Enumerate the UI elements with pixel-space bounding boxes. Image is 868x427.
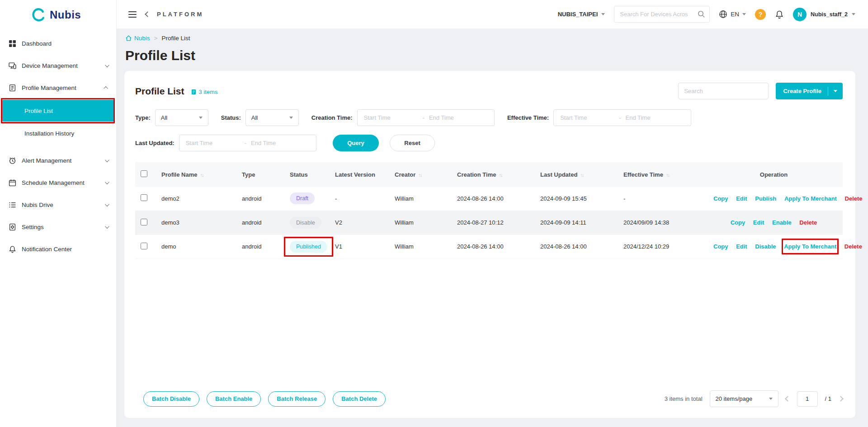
edit-link[interactable]: Edit [753,219,764,226]
edit-link[interactable]: Edit [736,195,747,202]
sidebar-item-profile-management[interactable]: Profile Management [0,77,116,99]
back-chevron-icon[interactable] [145,11,151,17]
breadcrumb-current: Profile List [161,35,190,42]
device-search-input[interactable] [614,6,710,23]
sidebar-item-nubis-drive[interactable]: Nubis Drive [0,194,116,216]
prev-page-button[interactable] [785,396,791,402]
logo: Nubis [0,0,116,30]
sidebar-item-notification-center[interactable]: Notification Center [0,238,116,260]
breadcrumb-home[interactable]: Nubis [125,35,150,42]
chevron-down-icon [742,13,746,15]
sidebar-item-profile-list[interactable]: Profile List [2,100,114,122]
creation-time-cell: 2024-08-27 10:12 [452,211,535,235]
apply-to-merchant-link[interactable]: Apply To Merchant [784,243,836,250]
profile-management-icon [8,84,16,92]
sort-icon[interactable] [663,171,669,178]
sidebar-item-settings[interactable]: Settings [0,216,116,238]
chevron-down-icon [852,13,855,15]
chevron-down-icon [105,224,109,229]
enable-link[interactable]: Enable [772,219,792,226]
dashboard-icon [8,40,16,48]
sidebar-item-device-management[interactable]: Device Management [0,55,116,77]
sidebar-item-schedule-management[interactable]: Schedule Management [0,172,116,194]
delete-link[interactable]: Delete [845,195,863,202]
type-select[interactable]: All [155,109,208,126]
select-all-checkbox[interactable] [141,170,147,177]
col-effective-time: Effective Time [618,162,705,187]
sort-icon[interactable] [577,171,583,178]
page-size-select[interactable]: 20 items/page [710,390,778,407]
status-select[interactable]: All [245,109,299,126]
reset-button[interactable]: Reset [390,135,435,151]
effective-time-range[interactable]: Start Time - End Time [553,109,691,126]
publish-link[interactable]: Publish [755,195,776,202]
help-button[interactable]: ? [755,9,766,20]
batch-enable-button[interactable]: Batch Enable [207,391,261,407]
user-menu[interactable]: N Nubis_staff_2 [793,8,855,21]
table-row: demo2 android Draft - William 2024-08-26… [135,187,843,211]
page-title: Profile List [124,48,855,63]
status-label: Status: [221,114,241,121]
creation-time-label: Creation Time: [311,114,353,121]
nubis-logo-icon [32,8,46,22]
creation-time-range[interactable]: Start Time - End Time [357,109,495,126]
creator-cell: William [389,211,452,235]
batch-delete-button[interactable]: Batch Delete [333,391,386,407]
pagination: 3 items in total 20 items/page / 1 [665,390,843,407]
settings-icon [8,223,16,231]
menu-toggle-icon[interactable] [127,9,138,19]
last-updated-range[interactable]: Start Time - End Time [179,135,316,151]
col-type: Type [236,162,284,187]
copy-link[interactable]: Copy [731,219,745,226]
page-number-input[interactable] [797,391,818,407]
alert-management-icon [8,157,16,165]
latest-version-cell: V1 [330,235,389,258]
platform-label: PLATFORM [157,11,203,18]
notification-center-icon [8,245,16,253]
sort-icon[interactable] [496,171,502,178]
total-items-text: 3 items in total [665,395,703,402]
app: Nubis Dashboard Device Management [0,0,868,427]
query-button[interactable]: Query [333,135,379,151]
batch-release-button[interactable]: Batch Release [268,391,326,407]
notifications-bell-icon[interactable] [775,10,784,19]
breadcrumb: Nubis > Profile List [124,35,855,42]
copy-link[interactable]: Copy [713,243,728,250]
batch-disable-button[interactable]: Batch Disable [143,391,199,407]
create-profile-button[interactable]: Create Profile [776,83,843,99]
sidebar-nav: Dashboard Device Management Profile Mana… [0,30,116,260]
last-updated-cell: 2024-08-26 14:00 [535,235,618,258]
col-last-updated: Last Updated [535,162,618,187]
main: PLATFORM NUBIS_TAIPEI EN [117,0,868,427]
chevron-down-icon [834,90,837,92]
language-selector[interactable]: EN [719,10,746,19]
status-badge: Draft [290,192,315,204]
status-badge: Published [290,241,327,253]
sort-icon[interactable] [197,171,203,178]
delete-link[interactable]: Delete [799,219,817,226]
row-checkbox[interactable] [141,219,147,225]
row-checkbox[interactable] [141,194,147,201]
creation-time-cell: 2024-08-26 14:00 [452,235,535,258]
schedule-management-icon [8,179,16,187]
copy-link[interactable]: Copy [713,195,728,202]
sort-icon[interactable] [415,171,421,178]
next-page-button[interactable] [838,396,844,402]
search-input[interactable] [678,83,769,99]
disable-link[interactable]: Disable [755,243,776,250]
chevron-down-icon [105,158,109,162]
delete-link[interactable]: Delete [844,243,862,250]
sidebar-item-dashboard[interactable]: Dashboard [0,33,116,55]
table-row: demo android Published V1 William 2024-0… [135,235,843,258]
org-selector[interactable]: NUBIS_TAIPEI [558,11,605,18]
edit-link[interactable]: Edit [736,243,747,250]
apply-to-merchant-link[interactable]: Apply To Merchant [784,195,837,202]
sidebar-item-alert-management[interactable]: Alert Management [0,150,116,172]
col-creation-time: Creation Time [452,162,535,187]
profile-name-cell: demo2 [156,187,236,211]
table-row: demo3 android Disable V2 William 2024-08… [135,211,843,235]
search-icon[interactable] [697,10,705,18]
col-status: Status [284,162,330,187]
sidebar-item-installation-history[interactable]: Installation History [2,122,114,144]
row-checkbox[interactable] [141,243,147,249]
